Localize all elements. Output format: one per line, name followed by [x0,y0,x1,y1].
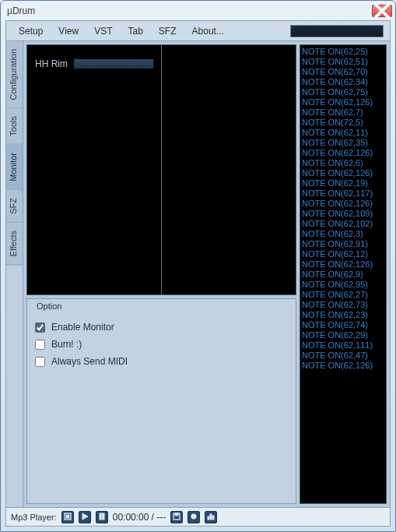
midi-event: NOTE ON(62,7) [302,107,384,118]
svg-rect-5 [175,513,178,516]
svg-rect-9 [212,516,214,520]
midi-event: NOTE ON(62,109) [302,209,384,219]
svg-rect-7 [208,516,209,520]
midi-event: NOTE ON(62,126) [302,97,384,107]
midi-event: NOTE ON(62,126) [302,361,384,371]
side-tabs: Configuration Tools Monitor SFZ Effects [6,41,23,507]
midi-event: NOTE ON(62,74) [302,320,384,330]
tab-configuration[interactable]: Configuration [6,41,23,108]
option-group: Option Enable Monitor Burn! :) Always Se… [26,298,296,504]
midi-event: NOTE ON(62,12) [302,249,384,259]
midi-event: NOTE ON(62,19) [302,178,384,188]
midi-event: NOTE ON(62,51) [302,57,384,67]
pause-button[interactable] [96,511,108,523]
option-always-send-midi[interactable]: Always Send MIDI [33,353,289,370]
svg-rect-3 [102,513,103,520]
app-window: µDrum Setup View VST Tab SFZ About... Co… [0,0,396,532]
player-label: Mp3 Player: [11,513,57,522]
record-icon [190,512,198,523]
left-column: HH Rim Option Enable Monitor [26,44,296,504]
midi-event: NOTE ON(72,5) [302,118,384,128]
midi-event: NOTE ON(62,27) [302,290,384,300]
progress-slot [290,25,384,37]
svg-point-6 [191,513,196,518]
option-label: Always Send MIDI [51,356,128,367]
svg-rect-2 [100,513,101,520]
menu-vst[interactable]: VST [86,23,120,40]
close-button[interactable] [372,5,392,17]
play-icon [81,512,89,523]
menubar: Setup View VST Tab SFZ About... [6,21,390,41]
menu-tab[interactable]: Tab [121,23,151,40]
option-burn[interactable]: Burn! :) [33,336,289,353]
midi-event: NOTE ON(62,126) [302,259,384,270]
midi-event: NOTE ON(62,95) [302,280,384,290]
midi-event: NOTE ON(62,126) [302,168,384,178]
hit-level-bar [74,59,153,69]
player-time: 00:00:00 / --- [113,512,166,523]
midi-event: NOTE ON(62,111) [302,340,384,351]
tab-sfz[interactable]: SFZ [6,190,23,223]
midi-event-log[interactable]: NOTE ON(62,25)NOTE ON(62,51)NOTE ON(62,7… [300,44,387,504]
option-enable-monitor[interactable]: Enable Monitor [33,319,289,336]
menu-setup[interactable]: Setup [11,23,51,40]
player-elapsed: 00:00:00 [113,512,149,523]
save-button[interactable] [170,511,183,523]
pause-icon [98,512,106,523]
monitor-right-pane [162,45,296,294]
midi-event: NOTE ON(62,73) [302,300,384,310]
midi-event: NOTE ON(62,25) [302,47,384,57]
midi-event: NOTE ON(62,126) [302,199,384,209]
window-title: µDrum [7,5,372,16]
levels-icon [207,512,215,523]
midi-event: NOTE ON(62,23) [302,310,384,320]
player-total: --- [156,512,166,523]
midi-event: NOTE ON(62,9) [302,270,384,280]
midi-event: NOTE ON(62,35) [302,138,384,148]
tab-effects[interactable]: Effects [6,223,23,265]
option-label: Burn! :) [51,339,82,350]
monitor-left-pane: HH Rim [27,45,162,294]
play-button[interactable] [79,511,91,523]
svg-rect-1 [66,515,69,518]
levels-button[interactable] [205,511,217,523]
midi-event: NOTE ON(62,29) [302,330,384,340]
tab-tools[interactable]: Tools [6,108,23,145]
hit-label: HH Rim [32,58,68,69]
client-area: Setup View VST Tab SFZ About... Configur… [5,20,391,527]
midi-event: NOTE ON(62,11) [302,128,384,138]
open-file-icon [64,512,72,523]
midi-event: NOTE ON(62,126) [302,148,384,158]
tab-monitor[interactable]: Monitor [6,145,23,190]
midi-event: NOTE ON(62,3) [302,229,384,239]
midi-event: NOTE ON(62,47) [302,351,384,361]
player-bar: Mp3 Player: 00:00:00 / --- [6,507,390,526]
menu-view[interactable]: View [51,23,86,40]
save-icon [173,512,180,523]
midi-event: NOTE ON(62,117) [302,188,384,199]
midi-event: NOTE ON(62,75) [302,87,384,97]
record-button[interactable] [187,511,200,523]
midi-event: NOTE ON(62,6) [302,158,384,168]
svg-rect-8 [210,514,212,520]
hit-row: HH Rim [32,58,156,70]
midi-event: NOTE ON(62,102) [302,219,384,229]
checkbox-enable-monitor[interactable] [35,322,45,333]
menu-sfz[interactable]: SFZ [151,23,184,40]
open-file-button[interactable] [61,511,74,523]
midi-event: NOTE ON(62,34) [302,77,384,87]
main-area: Configuration Tools Monitor SFZ Effects … [6,41,390,507]
content-panel: HH Rim Option Enable Monitor [23,41,390,507]
checkbox-burn[interactable] [35,340,45,350]
midi-event: NOTE ON(62,70) [302,67,384,77]
titlebar[interactable]: µDrum [1,1,395,20]
midi-event: NOTE ON(62,91) [302,239,384,249]
monitor-view: HH Rim [26,44,296,295]
option-label: Enable Monitor [51,322,114,333]
option-group-label: Option [33,301,65,311]
menu-about[interactable]: About... [184,23,232,40]
checkbox-always-send-midi[interactable] [35,357,45,367]
